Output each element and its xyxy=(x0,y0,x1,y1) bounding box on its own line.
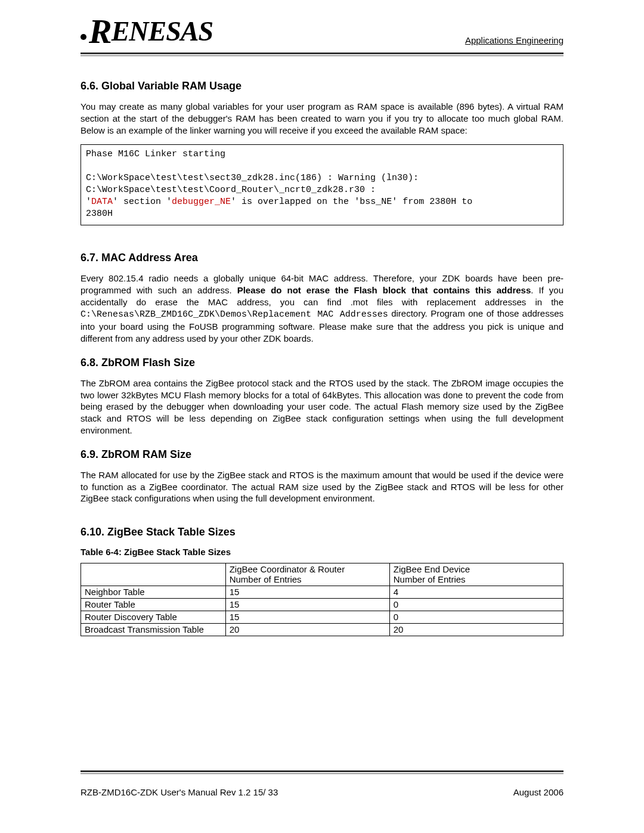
th-coord-line2: Number of Entries xyxy=(230,574,302,584)
p67-bold: Please do not erase the Flash block that… xyxy=(237,285,531,295)
zigbee-stack-table: ZigBee Coordinator & Router Number of En… xyxy=(80,563,564,636)
page-header: RENESAS Applications Engineering xyxy=(80,14,564,52)
code-red-data: DATA xyxy=(91,197,113,207)
footer-right: August 2006 xyxy=(513,787,564,797)
th-end-line2: Number of Entries xyxy=(394,574,466,584)
th-blank xyxy=(81,563,226,586)
cell-name: Neighbor Table xyxy=(81,586,226,599)
table-caption: Table 6-4: ZigBee Stack Table Sizes xyxy=(80,547,564,557)
heading-6-6: 6.6. Global Variable RAM Usage xyxy=(80,80,564,92)
para-6-9: The RAM allocated for use by the ZigBee … xyxy=(80,469,564,504)
para-6-7: Every 802.15.4 radio needs a globally un… xyxy=(80,272,564,345)
header-rule-thin xyxy=(80,55,564,56)
th-coord: ZigBee Coordinator & Router Number of En… xyxy=(225,563,389,586)
page-body: RENESAS Applications Engineering 6.6. Gl… xyxy=(0,0,644,636)
cell-name: Router Table xyxy=(81,599,226,611)
cell-end: 0 xyxy=(389,611,563,624)
cell-coord: 15 xyxy=(225,599,389,611)
th-end-line1: ZigBee End Device xyxy=(394,564,470,574)
para-6-8: The ZbROM area contains the ZigBee proto… xyxy=(80,377,564,436)
para-6-6: You may create as many global variables … xyxy=(80,101,564,136)
page-footer: RZB-ZMD16C-ZDK User's Manual Rev 1.2 15/… xyxy=(80,770,564,797)
table-row: Neighbor Table 15 4 xyxy=(81,586,564,599)
code-line-4: C:\WorkSpace\test\test\Coord_Router\_ncr… xyxy=(86,185,376,195)
code-red-debugger-ne: debugger_NE xyxy=(172,197,231,207)
code-line-6: 2380H xyxy=(86,209,113,219)
cell-end: 0 xyxy=(389,599,563,611)
section-6-9: 6.9. ZbROM RAM Size The RAM allocated fo… xyxy=(80,448,564,504)
logo-rest: ENESAS xyxy=(112,18,213,45)
heading-6-7: 6.7. MAC Address Area xyxy=(80,252,564,264)
logo-big-r: R xyxy=(89,14,112,49)
section-6-6: 6.6. Global Variable RAM Usage You may c… xyxy=(80,80,564,225)
table-row: Router Table 15 0 xyxy=(81,599,564,611)
cell-end: 20 xyxy=(389,624,563,636)
code-line-3: C:\WorkSpace\test\test\sect30_zdk28.inc(… xyxy=(86,173,419,183)
logo-dot-icon xyxy=(80,34,86,40)
p67-path: C:\Renesas\RZB_ZMD16C_ZDK\Demos\Replacem… xyxy=(80,309,388,320)
cell-end: 4 xyxy=(389,586,563,599)
table-header-row: ZigBee Coordinator & Router Number of En… xyxy=(81,563,564,586)
code-line-5a: ' xyxy=(86,197,91,207)
section-6-10: 6.10. ZigBee Stack Table Sizes Table 6-4… xyxy=(80,526,564,636)
footer-text-row: RZB-ZMD16C-ZDK User's Manual Rev 1.2 15/… xyxy=(80,787,564,797)
cell-coord: 20 xyxy=(225,624,389,636)
footer-rule-thick xyxy=(80,770,564,772)
code-line-5e: ' is overlapped on the 'bss_NE' from 238… xyxy=(231,197,472,207)
table-row: Router Discovery Table 15 0 xyxy=(81,611,564,624)
heading-6-8: 6.8. ZbROM Flash Size xyxy=(80,357,564,369)
code-line-1: Phase M16C Linker starting xyxy=(86,149,225,159)
renesas-logo: RENESAS xyxy=(80,14,213,49)
cell-name: Router Discovery Table xyxy=(81,611,226,624)
cell-coord: 15 xyxy=(225,611,389,624)
table-row: Broadcast Transmission Table 20 20 xyxy=(81,624,564,636)
code-line-5c: ' section ' xyxy=(113,197,172,207)
section-6-8: 6.8. ZbROM Flash Size The ZbROM area con… xyxy=(80,357,564,436)
footer-rule-thin xyxy=(80,773,564,774)
section-6-7: 6.7. MAC Address Area Every 802.15.4 rad… xyxy=(80,252,564,345)
heading-6-9: 6.9. ZbROM RAM Size xyxy=(80,448,564,461)
heading-6-10: 6.10. ZigBee Stack Table Sizes xyxy=(80,526,564,538)
footer-left: RZB-ZMD16C-ZDK User's Manual Rev 1.2 15/… xyxy=(80,787,278,797)
th-coord-line1: ZigBee Coordinator & Router xyxy=(230,564,345,574)
header-right-text: Applications Engineering xyxy=(465,35,564,45)
linker-warning-code: Phase M16C Linker starting C:\WorkSpace\… xyxy=(80,144,564,225)
cell-coord: 15 xyxy=(225,586,389,599)
cell-name: Broadcast Transmission Table xyxy=(81,624,226,636)
th-end: ZigBee End Device Number of Entries xyxy=(389,563,563,586)
header-rule-thick xyxy=(80,52,564,54)
